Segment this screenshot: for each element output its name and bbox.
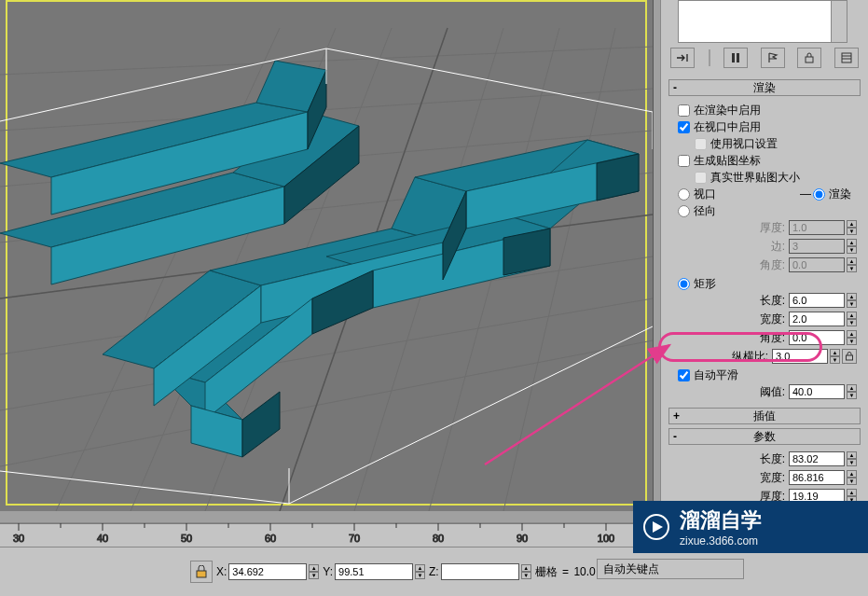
lock-icon[interactable] [797,48,821,68]
play-logo-icon [642,513,670,541]
divider-icon [708,49,711,67]
spinner-param-width[interactable] [789,470,845,485]
coord-x-input[interactable] [228,563,307,580]
checkbox-autosmooth[interactable] [678,369,690,381]
coord-z: Z: ▲▼ [429,563,531,580]
rollout-body-parameters: 长度:▲▼ 宽度:▲▼ 厚度:▲▼ [668,449,861,508]
spinner-buttons[interactable]: ▲▼ [847,312,857,326]
spinner-buttons[interactable]: ▲▼ [309,564,319,579]
flag-icon[interactable] [761,48,785,68]
spinner-aspect[interactable] [772,349,828,364]
label-autosmooth: 自动平滑 [694,367,738,383]
watermark-url: zixue.3d66.com [680,534,762,547]
label-enable-viewport: 在视口中启用 [694,119,761,135]
coord-x-label: X: [216,565,227,578]
label-rectangular: 矩形 [694,276,716,292]
watermark: 溜溜自学 zixue.3d66.com [633,501,868,553]
coord-z-input[interactable] [441,563,519,580]
checkbox-enable-render[interactable] [678,104,690,117]
autokey-button[interactable]: 自动关键点 [597,559,744,579]
spinner-rect-width[interactable] [789,312,845,326]
label-rect-length: 长度: [760,293,785,309]
spinner-buttons[interactable]: ▲▼ [415,564,425,579]
command-panel: - 渲染 在渲染中启用 在视口中启用 使用视口设置 生成贴图坐标 真实世界贴图大… [660,0,868,513]
spinner-buttons: ▲▼ [847,220,857,235]
label-radial-angle: 角度: [760,257,785,273]
svg-marker-43 [242,392,280,457]
coord-y-input[interactable] [335,563,413,580]
svg-rect-52 [842,53,851,62]
radio-radial[interactable] [678,205,690,217]
svg-rect-80 [197,571,206,577]
spinner-rect-angle[interactable] [789,330,845,345]
label-rect-angle: 角度: [760,330,785,346]
label-gen-map: 生成贴图坐标 [694,153,761,169]
svg-text:60: 60 [265,533,276,544]
checkbox-enable-viewport[interactable] [678,121,690,133]
pause-icon[interactable] [723,48,748,68]
label-rect-width: 宽度: [760,312,785,327]
label-realworld-map: 真实世界贴图大小 [710,170,800,186]
expand-icon: + [673,409,680,423]
grid-value: 10.0 [573,565,595,578]
checkbox-gen-map[interactable] [678,155,690,167]
checkbox-use-viewport-settings [695,138,707,150]
spinner-buttons[interactable]: ▲▼ [847,470,857,485]
pin-left-icon[interactable] [670,48,695,68]
collapse-icon: - [673,81,677,94]
label-threshold: 阈值: [760,384,785,400]
spinner-buttons: ▲▼ [847,239,857,254]
transform-lock-button[interactable] [190,561,213,583]
name-color-swatch[interactable] [678,0,833,43]
svg-text:40: 40 [97,533,108,544]
radio-viewport-mode[interactable] [678,188,690,201]
svg-text:50: 50 [181,533,192,544]
radio-rectangular[interactable] [678,278,690,290]
label-radial: 径向 [694,203,716,219]
spinner-rect-length[interactable] [789,293,845,308]
svg-text:100: 100 [598,533,614,544]
rollout-body-render: 在渲染中启用 在视口中启用 使用视口设置 生成贴图坐标 真实世界贴图大小 视口 … [668,100,861,408]
svg-rect-49 [732,53,735,62]
svg-rect-55 [847,355,853,360]
viewport-content [0,0,653,511]
spinner-buttons[interactable]: ▲▼ [830,349,840,364]
watermark-brand: 溜溜自学 [680,506,762,534]
spinner-buttons[interactable]: ▲▼ [521,564,531,579]
label-sides: 边: [771,239,785,255]
svg-line-7 [0,340,653,466]
grid-readout: 栅格 = 10.0 [535,564,596,580]
collapse-icon: - [673,430,677,443]
sheet-icon[interactable] [834,48,859,68]
label-enable-render: 在渲染中启用 [694,103,761,118]
spinner-buttons[interactable]: ▲▼ [847,451,857,466]
spinner-buttons[interactable]: ▲▼ [847,293,857,308]
svg-marker-82 [653,521,663,533]
rollout-header-render[interactable]: - 渲染 [668,79,861,96]
grid-label: 栅格 [535,564,558,580]
aspect-lock-button[interactable] [842,349,857,364]
time-ruler[interactable]: 30 40 50 60 70 80 90 100 [0,522,653,547]
rollout-header-parameters[interactable]: - 参数 [668,428,861,445]
radio-render-mode[interactable] [813,188,825,201]
rollout-title-render: 渲染 [753,80,776,96]
spinner-param-length[interactable] [789,451,845,466]
spinner-buttons: ▲▼ [847,257,857,272]
viewport[interactable] [0,0,654,511]
rollout-header-interpolation[interactable]: + 插值 [668,408,861,424]
label-param-width: 宽度: [760,470,785,486]
coord-z-label: Z: [429,565,439,578]
svg-text:80: 80 [433,533,444,544]
swatch-scrollbar[interactable] [831,0,847,43]
rollout-container: - 渲染 在渲染中启用 在视口中启用 使用视口设置 生成贴图坐标 真实世界贴图大… [668,79,861,508]
spinner-threshold[interactable] [789,384,845,399]
label-param-length: 长度: [760,451,785,467]
spinner-buttons[interactable]: ▲▼ [847,330,857,345]
svg-text:30: 30 [13,533,24,544]
spinner-buttons[interactable]: ▲▼ [847,384,857,399]
label-use-viewport-settings: 使用视口设置 [710,136,778,152]
spinner-sides [789,239,845,254]
lock-icon [195,565,208,578]
checkbox-realworld-map [695,172,707,184]
spinner-radial-angle [789,257,845,272]
